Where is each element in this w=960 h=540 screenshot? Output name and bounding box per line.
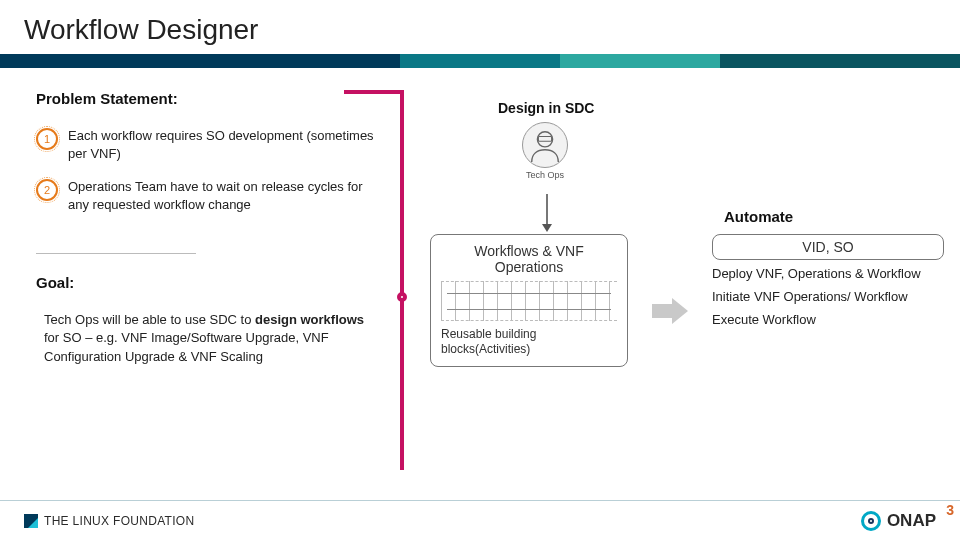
workflows-card-subtitle: Reusable building blocks(Activities): [441, 327, 617, 356]
automate-label: Automate: [724, 208, 793, 225]
goal-prefix: Tech Ops will be able to use SDC to: [44, 312, 255, 327]
footer-bar: THE LINUX FOUNDATION ONAP 3: [0, 500, 960, 540]
problem-text: Operations Team have to wait on release …: [68, 178, 386, 213]
right-column: Design in SDC Tech Ops Automate Workflow…: [430, 100, 930, 180]
svg-rect-1: [538, 136, 551, 141]
problem-number-badge: 2: [36, 179, 58, 201]
problem-item: 2 Operations Team have to wait on releas…: [36, 178, 386, 213]
divider-knob-icon: [397, 292, 407, 302]
svg-point-0: [537, 132, 552, 147]
onap-logo: ONAP: [861, 511, 936, 531]
person-icon: [522, 122, 568, 168]
vidso-column: VID, SO Deploy VNF, Operations & Workflo…: [712, 234, 944, 329]
vidso-bullet: Execute Workflow: [712, 312, 944, 329]
problem-heading: Problem Statement:: [36, 90, 386, 107]
onap-gear-icon: [861, 511, 881, 531]
vidso-bullet: Deploy VNF, Operations & Workflow: [712, 266, 944, 283]
problem-number-badge: 1: [36, 128, 58, 150]
goal-text: Tech Ops will be able to use SDC to desi…: [36, 311, 376, 366]
title-bar: Workflow Designer: [0, 0, 960, 68]
horizontal-rule: [36, 253, 196, 254]
page-number: 3: [946, 502, 954, 518]
vidso-card-title: VID, SO: [712, 234, 944, 260]
vidso-bullet: Initiate VNF Operations/ Workflow: [712, 289, 944, 306]
arrow-right-icon: [652, 298, 688, 328]
problem-text: Each workflow requires SO development (s…: [68, 127, 386, 162]
techops-persona: Tech Ops: [500, 122, 590, 180]
workflows-card: Workflows & VNF Operations Reusable buil…: [430, 234, 628, 367]
page-title: Workflow Designer: [0, 0, 960, 46]
onap-text: ONAP: [887, 511, 936, 531]
goal-heading: Goal:: [36, 274, 386, 291]
slide-content: Problem Statement: 1 Each workflow requi…: [0, 68, 960, 500]
workflows-card-title: Workflows & VNF Operations: [441, 243, 617, 275]
left-column: Problem Statement: 1 Each workflow requi…: [36, 90, 386, 366]
goal-suffix: for SO – e.g. VNF Image/Software Upgrade…: [44, 330, 329, 363]
design-heading: Design in SDC: [498, 100, 930, 116]
goal-bold: design workflows: [255, 312, 364, 327]
techops-label: Tech Ops: [526, 170, 564, 180]
linux-foundation-logo: THE LINUX FOUNDATION: [24, 514, 194, 528]
problem-list: 1 Each workflow requires SO development …: [36, 127, 386, 213]
lf-text: THE LINUX FOUNDATION: [44, 514, 194, 528]
title-stripe: [0, 54, 960, 68]
lf-mark-icon: [24, 514, 38, 528]
section-divider: [400, 90, 404, 470]
workflow-diagram-icon: [441, 281, 617, 321]
cards-row: Workflows & VNF Operations Reusable buil…: [430, 234, 944, 367]
problem-item: 1 Each workflow requires SO development …: [36, 127, 386, 162]
